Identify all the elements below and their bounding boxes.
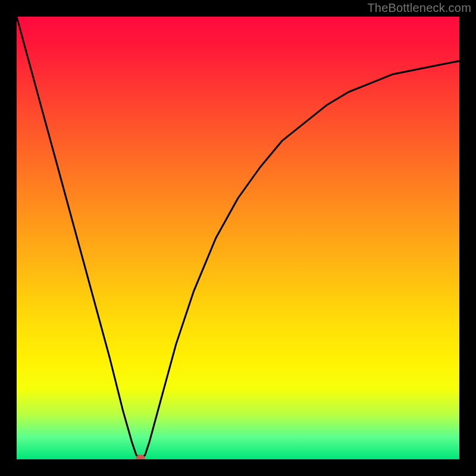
chart-frame: TheBottleneck.com	[0, 0, 476, 476]
watermark-text: TheBottleneck.com	[367, 1, 471, 15]
bottleneck-curve	[17, 17, 459, 459]
plot-area	[17, 17, 459, 459]
